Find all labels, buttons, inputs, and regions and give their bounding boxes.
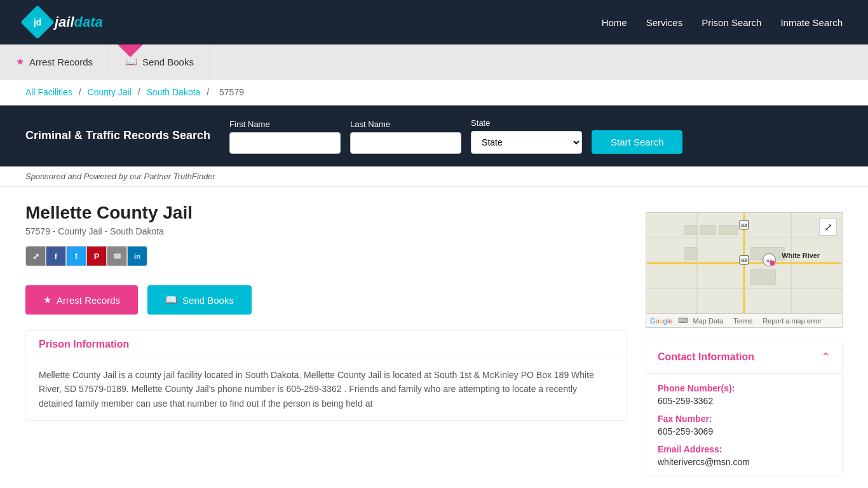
last-name-group: Last Name — [350, 119, 461, 154]
start-search-button[interactable]: Start Search — [592, 130, 682, 154]
prison-info-body: Mellette County Jail is a county jail fa… — [26, 358, 626, 420]
map-container: 83 83 44 White River ⤢ — [646, 212, 843, 314]
contact-panel-header: Contact Information ⌃ — [646, 341, 842, 374]
first-name-label: First Name — [229, 119, 341, 129]
first-name-group: First Name — [229, 119, 341, 154]
breadcrumb-county-jail[interactable]: County Jail — [88, 87, 132, 97]
phone-label: Phone Number(s): — [658, 383, 831, 393]
svg-rect-8 — [700, 226, 716, 235]
main-nav: Home Services Prison Search Inmate Searc… — [602, 17, 843, 28]
left-column: Mellette County Jail 57579 - County Jail… — [25, 203, 627, 477]
logo-icon: jd — [20, 5, 55, 39]
sub-nav-arrest-records[interactable]: ★ Arrest Records — [0, 44, 109, 79]
fax-value: 605-259-3069 — [658, 426, 831, 437]
facility-subtitle: 57579 - County Jail - South Dakota — [25, 226, 627, 236]
contact-panel: Contact Information ⌃ Phone Number(s): 6… — [646, 341, 843, 477]
prison-info-section: Prison Information Mellette County Jail … — [25, 330, 627, 421]
social-icons: ⤢ f t P ✉ in — [25, 246, 627, 266]
svg-text:White River: White River — [782, 252, 820, 259]
nav-services[interactable]: Services — [646, 17, 683, 28]
arrest-records-button[interactable]: ★ Arrest Records — [25, 285, 138, 315]
email-label: Email Address: — [658, 444, 831, 454]
action-buttons: ★ Arrest Records 📖 Send Books — [25, 285, 627, 315]
header: jd jaildata Home Services Prison Search … — [0, 0, 868, 44]
state-group: State StateAlabamaAlaskaArizonaArkansasC… — [471, 118, 582, 154]
svg-rect-7 — [684, 226, 697, 235]
search-banner-title: Criminal & Traffic Records Search — [25, 128, 210, 144]
social-share-icon[interactable]: ⤢ — [25, 246, 46, 266]
social-facebook-icon[interactable]: f — [46, 246, 66, 266]
send-books-button[interactable]: 📖 Send Books — [147, 285, 252, 315]
breadcrumb: All Facilities / County Jail / South Dak… — [0, 79, 868, 105]
map-data-label: Map Data — [693, 317, 724, 325]
last-name-input[interactable] — [350, 132, 461, 154]
google-logo: Google — [650, 317, 673, 325]
star-icon-btn: ★ — [43, 294, 51, 306]
fax-label: Fax Number: — [658, 414, 831, 424]
nav-triangle-indicator — [118, 44, 143, 57]
breadcrumb-zip: 57579 — [219, 87, 244, 97]
search-fields: First Name Last Name State StateAlabamaA… — [229, 118, 843, 154]
arrest-records-btn-label: Arrest Records — [57, 295, 120, 306]
nav-home[interactable]: Home — [602, 17, 627, 28]
search-banner: Criminal & Traffic Records Search First … — [0, 105, 868, 166]
email-value: whiterivercs@msn.com — [658, 457, 831, 467]
state-label: State — [471, 118, 582, 128]
breadcrumb-south-dakota[interactable]: South Dakota — [147, 87, 201, 97]
social-twitter-icon[interactable]: t — [66, 246, 86, 266]
contact-panel-title: Contact Information — [658, 351, 754, 363]
prison-info-title: Prison Information — [39, 339, 129, 349]
map-keyboard-icon: ⌨ — [678, 316, 688, 325]
state-select[interactable]: StateAlabamaAlaskaArizonaArkansasCalifor… — [471, 131, 582, 154]
svg-rect-9 — [719, 226, 738, 235]
prison-info-header: Prison Information — [26, 331, 626, 358]
sub-nav: ★ Arrest Records 📖 Send Books — [0, 44, 868, 79]
book-icon: 📖 — [125, 56, 137, 67]
logo-area: jd jaildata — [25, 10, 103, 34]
map-svg: 83 83 44 White River — [646, 213, 842, 313]
sub-nav-arrest-records-label: Arrest Records — [29, 57, 93, 67]
sponsored-text: Sponsored and Powered by our Partner Tru… — [0, 166, 868, 187]
right-column: 83 83 44 White River ⤢ Google ⌨ Map Data… — [646, 203, 843, 477]
svg-text:83: 83 — [742, 222, 747, 228]
phone-value: 605-259-3362 — [658, 396, 831, 406]
social-pinterest-icon[interactable]: P — [86, 246, 107, 266]
star-icon: ★ — [16, 56, 24, 67]
sub-nav-send-books-label: Send Books — [142, 57, 194, 67]
main-content: Mellette County Jail 57579 - County Jail… — [0, 187, 868, 488]
send-books-btn-label: Send Books — [182, 295, 234, 306]
book-icon-btn: 📖 — [165, 294, 177, 306]
breadcrumb-all-facilities[interactable]: All Facilities — [25, 87, 72, 97]
facility-name: Mellette County Jail — [25, 203, 627, 223]
logo-text: jaildata — [55, 14, 103, 30]
nav-inmate-search[interactable]: Inmate Search — [780, 17, 843, 28]
map-footer: Google ⌨ Map Data Terms Report a map err… — [646, 314, 843, 328]
map-report-link[interactable]: Report a map error — [763, 317, 822, 325]
social-linkedin-icon[interactable]: in — [127, 246, 147, 266]
social-email-icon[interactable]: ✉ — [107, 246, 127, 266]
contact-panel-body: Phone Number(s): 605-259-3362 Fax Number… — [646, 374, 842, 477]
last-name-label: Last Name — [350, 119, 461, 129]
nav-prison-search[interactable]: Prison Search — [702, 17, 761, 28]
svg-text:83: 83 — [742, 257, 747, 263]
map-expand-button[interactable]: ⤢ — [819, 218, 837, 236]
map-terms-link[interactable]: Terms — [733, 317, 752, 325]
svg-point-20 — [770, 261, 775, 266]
svg-rect-10 — [684, 247, 697, 260]
svg-rect-12 — [750, 269, 776, 285]
chevron-up-icon[interactable]: ⌃ — [821, 350, 831, 364]
first-name-input[interactable] — [229, 132, 341, 154]
